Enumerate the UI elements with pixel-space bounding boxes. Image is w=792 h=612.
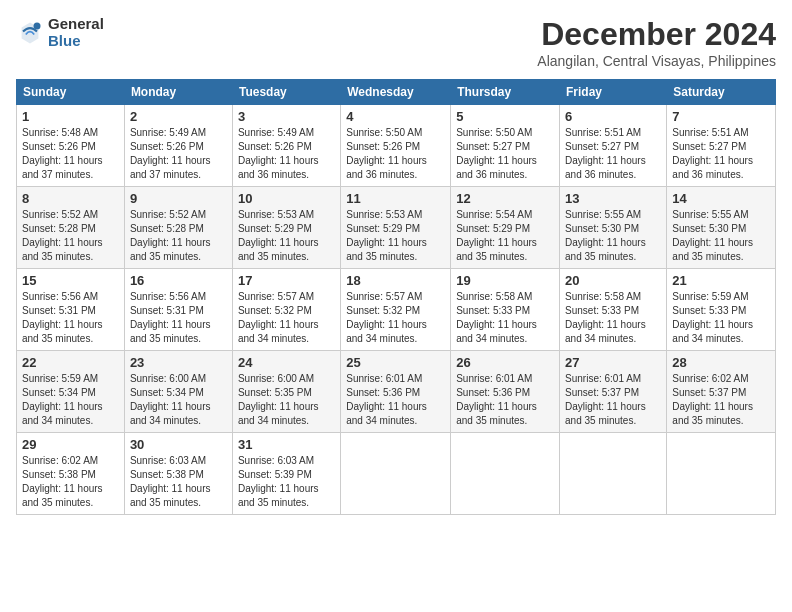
day-number: 2 [130, 109, 227, 124]
day-info: Sunrise: 5:52 AM Sunset: 5:28 PM Dayligh… [130, 208, 227, 264]
day-number: 4 [346, 109, 445, 124]
calendar-table: Sunday Monday Tuesday Wednesday Thursday… [16, 79, 776, 515]
day-info: Sunrise: 6:02 AM Sunset: 5:38 PM Dayligh… [22, 454, 119, 510]
day-info: Sunrise: 5:58 AM Sunset: 5:33 PM Dayligh… [565, 290, 661, 346]
day-number: 28 [672, 355, 770, 370]
table-row: 30 Sunrise: 6:03 AM Sunset: 5:38 PM Dayl… [124, 433, 232, 515]
day-info: Sunrise: 6:03 AM Sunset: 5:38 PM Dayligh… [130, 454, 227, 510]
day-info: Sunrise: 5:52 AM Sunset: 5:28 PM Dayligh… [22, 208, 119, 264]
day-info: Sunrise: 5:51 AM Sunset: 5:27 PM Dayligh… [565, 126, 661, 182]
table-row: 19 Sunrise: 5:58 AM Sunset: 5:33 PM Dayl… [451, 269, 560, 351]
day-number: 21 [672, 273, 770, 288]
table-row: 8 Sunrise: 5:52 AM Sunset: 5:28 PM Dayli… [17, 187, 125, 269]
table-row: 17 Sunrise: 5:57 AM Sunset: 5:32 PM Dayl… [232, 269, 340, 351]
day-info: Sunrise: 6:00 AM Sunset: 5:35 PM Dayligh… [238, 372, 335, 428]
day-info: Sunrise: 6:02 AM Sunset: 5:37 PM Dayligh… [672, 372, 770, 428]
day-number: 27 [565, 355, 661, 370]
day-info: Sunrise: 5:48 AM Sunset: 5:26 PM Dayligh… [22, 126, 119, 182]
day-info: Sunrise: 5:58 AM Sunset: 5:33 PM Dayligh… [456, 290, 554, 346]
day-info: Sunrise: 5:59 AM Sunset: 5:33 PM Dayligh… [672, 290, 770, 346]
day-number: 7 [672, 109, 770, 124]
table-row: 6 Sunrise: 5:51 AM Sunset: 5:27 PM Dayli… [560, 105, 667, 187]
day-number: 8 [22, 191, 119, 206]
table-row: 14 Sunrise: 5:55 AM Sunset: 5:30 PM Dayl… [667, 187, 776, 269]
table-row: 27 Sunrise: 6:01 AM Sunset: 5:37 PM Dayl… [560, 351, 667, 433]
table-row: 22 Sunrise: 5:59 AM Sunset: 5:34 PM Dayl… [17, 351, 125, 433]
table-row: 23 Sunrise: 6:00 AM Sunset: 5:34 PM Dayl… [124, 351, 232, 433]
day-number: 22 [22, 355, 119, 370]
day-info: Sunrise: 5:51 AM Sunset: 5:27 PM Dayligh… [672, 126, 770, 182]
table-row: 25 Sunrise: 6:01 AM Sunset: 5:36 PM Dayl… [341, 351, 451, 433]
table-row: 13 Sunrise: 5:55 AM Sunset: 5:30 PM Dayl… [560, 187, 667, 269]
day-number: 15 [22, 273, 119, 288]
table-row: 31 Sunrise: 6:03 AM Sunset: 5:39 PM Dayl… [232, 433, 340, 515]
table-row: 2 Sunrise: 5:49 AM Sunset: 5:26 PM Dayli… [124, 105, 232, 187]
svg-point-0 [34, 22, 41, 29]
day-info: Sunrise: 5:50 AM Sunset: 5:26 PM Dayligh… [346, 126, 445, 182]
logo-icon [16, 19, 44, 47]
day-info: Sunrise: 5:55 AM Sunset: 5:30 PM Dayligh… [672, 208, 770, 264]
day-number: 13 [565, 191, 661, 206]
table-row: 11 Sunrise: 5:53 AM Sunset: 5:29 PM Dayl… [341, 187, 451, 269]
day-number: 20 [565, 273, 661, 288]
day-number: 31 [238, 437, 335, 452]
day-info: Sunrise: 5:53 AM Sunset: 5:29 PM Dayligh… [346, 208, 445, 264]
col-wednesday: Wednesday [341, 80, 451, 105]
day-number: 3 [238, 109, 335, 124]
table-row: 3 Sunrise: 5:49 AM Sunset: 5:26 PM Dayli… [232, 105, 340, 187]
day-number: 10 [238, 191, 335, 206]
day-number: 1 [22, 109, 119, 124]
table-row: 18 Sunrise: 5:57 AM Sunset: 5:32 PM Dayl… [341, 269, 451, 351]
calendar-week-row: 15 Sunrise: 5:56 AM Sunset: 5:31 PM Dayl… [17, 269, 776, 351]
day-number: 23 [130, 355, 227, 370]
day-info: Sunrise: 5:54 AM Sunset: 5:29 PM Dayligh… [456, 208, 554, 264]
table-row: 7 Sunrise: 5:51 AM Sunset: 5:27 PM Dayli… [667, 105, 776, 187]
day-number: 14 [672, 191, 770, 206]
table-row: 15 Sunrise: 5:56 AM Sunset: 5:31 PM Dayl… [17, 269, 125, 351]
table-row: 24 Sunrise: 6:00 AM Sunset: 5:35 PM Dayl… [232, 351, 340, 433]
calendar-week-row: 1 Sunrise: 5:48 AM Sunset: 5:26 PM Dayli… [17, 105, 776, 187]
day-info: Sunrise: 5:56 AM Sunset: 5:31 PM Dayligh… [22, 290, 119, 346]
day-info: Sunrise: 5:50 AM Sunset: 5:27 PM Dayligh… [456, 126, 554, 182]
title-block: December 2024 Alangilan, Central Visayas… [537, 16, 776, 69]
day-info: Sunrise: 6:01 AM Sunset: 5:36 PM Dayligh… [346, 372, 445, 428]
day-number: 19 [456, 273, 554, 288]
day-info: Sunrise: 6:01 AM Sunset: 5:36 PM Dayligh… [456, 372, 554, 428]
day-info: Sunrise: 5:55 AM Sunset: 5:30 PM Dayligh… [565, 208, 661, 264]
logo-general-text: General [48, 16, 104, 33]
table-row: 10 Sunrise: 5:53 AM Sunset: 5:29 PM Dayl… [232, 187, 340, 269]
logo-text: General Blue [48, 16, 104, 49]
col-friday: Friday [560, 80, 667, 105]
calendar-week-row: 22 Sunrise: 5:59 AM Sunset: 5:34 PM Dayl… [17, 351, 776, 433]
table-row [451, 433, 560, 515]
table-row: 4 Sunrise: 5:50 AM Sunset: 5:26 PM Dayli… [341, 105, 451, 187]
day-info: Sunrise: 6:00 AM Sunset: 5:34 PM Dayligh… [130, 372, 227, 428]
page-header: General Blue December 2024 Alangilan, Ce… [16, 16, 776, 69]
table-row: 29 Sunrise: 6:02 AM Sunset: 5:38 PM Dayl… [17, 433, 125, 515]
table-row: 16 Sunrise: 5:56 AM Sunset: 5:31 PM Dayl… [124, 269, 232, 351]
day-info: Sunrise: 5:57 AM Sunset: 5:32 PM Dayligh… [238, 290, 335, 346]
month-title: December 2024 [537, 16, 776, 53]
day-info: Sunrise: 5:57 AM Sunset: 5:32 PM Dayligh… [346, 290, 445, 346]
col-thursday: Thursday [451, 80, 560, 105]
day-info: Sunrise: 5:49 AM Sunset: 5:26 PM Dayligh… [238, 126, 335, 182]
table-row: 1 Sunrise: 5:48 AM Sunset: 5:26 PM Dayli… [17, 105, 125, 187]
day-number: 5 [456, 109, 554, 124]
location-title: Alangilan, Central Visayas, Philippines [537, 53, 776, 69]
logo: General Blue [16, 16, 104, 49]
table-row [560, 433, 667, 515]
col-sunday: Sunday [17, 80, 125, 105]
day-number: 26 [456, 355, 554, 370]
calendar-header-row: Sunday Monday Tuesday Wednesday Thursday… [17, 80, 776, 105]
calendar-week-row: 8 Sunrise: 5:52 AM Sunset: 5:28 PM Dayli… [17, 187, 776, 269]
day-info: Sunrise: 5:56 AM Sunset: 5:31 PM Dayligh… [130, 290, 227, 346]
table-row: 12 Sunrise: 5:54 AM Sunset: 5:29 PM Dayl… [451, 187, 560, 269]
day-number: 29 [22, 437, 119, 452]
day-number: 9 [130, 191, 227, 206]
day-number: 16 [130, 273, 227, 288]
day-info: Sunrise: 5:59 AM Sunset: 5:34 PM Dayligh… [22, 372, 119, 428]
day-number: 24 [238, 355, 335, 370]
day-info: Sunrise: 5:49 AM Sunset: 5:26 PM Dayligh… [130, 126, 227, 182]
table-row: 5 Sunrise: 5:50 AM Sunset: 5:27 PM Dayli… [451, 105, 560, 187]
table-row: 26 Sunrise: 6:01 AM Sunset: 5:36 PM Dayl… [451, 351, 560, 433]
